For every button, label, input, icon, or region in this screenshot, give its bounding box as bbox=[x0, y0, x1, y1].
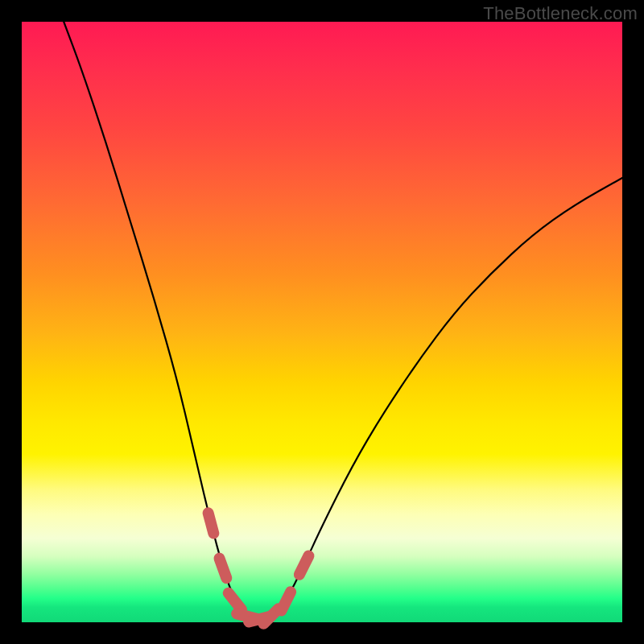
marker-dash bbox=[208, 513, 214, 533]
marker-dash bbox=[299, 556, 309, 575]
marker-dash bbox=[229, 593, 242, 609]
bottleneck-curve bbox=[64, 22, 622, 618]
chart-frame: TheBottleneck.com bbox=[0, 0, 644, 644]
marker-dash bbox=[219, 559, 226, 578]
marker-dash bbox=[281, 592, 291, 610]
curve-layer bbox=[22, 22, 622, 622]
plot-area bbox=[22, 22, 622, 622]
bottom-markers bbox=[208, 513, 309, 623]
watermark-text: TheBottleneck.com bbox=[483, 3, 638, 24]
